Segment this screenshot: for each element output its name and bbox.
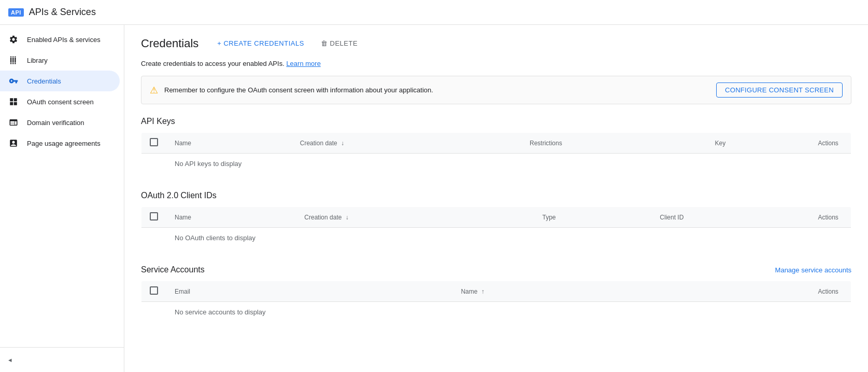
api-keys-checkbox-header [141, 133, 167, 154]
sidebar: Enabled APIs & services Library Credenti… [0, 25, 124, 372]
sidebar-item-enabled-apis[interactable]: Enabled APIs & services [0, 29, 120, 50]
api-keys-table: Name Creation date ↓ Restrictions Key [141, 132, 851, 174]
oauth-name-header: Name [166, 207, 296, 228]
oauth-actions-header: Actions [810, 207, 851, 228]
top-bar: API APIs & Services [0, 0, 868, 25]
oauth-type-header: Type [534, 207, 651, 228]
oauth-clients-table: Name Creation date ↓ Type Client ID [141, 206, 851, 249]
service-accounts-section-title: Service Accounts [141, 265, 205, 274]
info-text: Create credentials to access your enable… [141, 60, 851, 67]
warning-icon: ⚠ [150, 85, 158, 96]
logo: API APIs & Services [8, 7, 96, 18]
main-content: Credentials + CREATE CREDENTIALS 🗑 DELET… [124, 25, 868, 372]
service-accounts-header-row: Service Accounts Manage service accounts [141, 265, 851, 274]
oauth-checkbox-header [141, 207, 167, 228]
page-icon [8, 138, 19, 148]
alert-left: ⚠ Remember to configure the OAuth consen… [150, 85, 433, 96]
sidebar-item-page-usage[interactable]: Page usage agreements [0, 133, 120, 154]
page-header: Credentials + CREATE CREDENTIALS 🗑 DELET… [141, 35, 851, 51]
service-accounts-empty-message: No service accounts to display [166, 302, 851, 323]
oauth-client-id-header: Client ID [651, 207, 809, 228]
sort-desc-icon: ↓ [346, 214, 349, 221]
alert-text: Remember to configure the OAuth consent … [164, 86, 433, 94]
key-icon [8, 76, 19, 86]
api-keys-creation-date-header[interactable]: Creation date ↓ [292, 133, 521, 154]
service-accounts-table: Email Name ↑ Actions No serv [141, 281, 851, 323]
sidebar-item-domain-verification[interactable]: Domain verification [0, 112, 120, 133]
sidebar-item-label: Page usage agreements [27, 140, 101, 147]
api-keys-name-header: Name [166, 133, 292, 154]
sidebar-item-label: OAuth consent screen [27, 98, 94, 106]
manage-service-accounts-link[interactable]: Manage service accounts [775, 266, 851, 274]
sidebar-item-label: Credentials [27, 77, 61, 85]
sidebar-item-label: Library [27, 57, 48, 64]
oauth-section-title: OAuth 2.0 Client IDs [141, 191, 851, 200]
domain-icon [8, 117, 19, 128]
sort-asc-icon: ↑ [481, 288, 485, 295]
sidebar-bottom: ◂ [0, 347, 124, 372]
select-all-service-accounts-checkbox[interactable] [150, 286, 158, 295]
api-keys-restrictions-header: Restrictions [521, 133, 707, 154]
api-keys-key-header: Key [707, 133, 810, 154]
service-accounts-actions-header: Actions [810, 281, 851, 302]
grid-icon [8, 97, 19, 107]
api-keys-empty-row: No API keys to display [141, 154, 851, 174]
header-actions: + CREATE CREDENTIALS 🗑 DELETE [211, 35, 364, 51]
select-all-oauth-checkbox[interactable] [150, 212, 158, 221]
collapse-icon: ◂ [8, 356, 12, 364]
api-badge: API [8, 8, 24, 17]
sidebar-collapse-button[interactable]: ◂ [0, 352, 124, 368]
app-title: APIs & Services [29, 7, 96, 18]
service-accounts-empty-row: No service accounts to display [141, 302, 851, 323]
gear-icon [8, 34, 19, 45]
create-credentials-button[interactable]: + CREATE CREDENTIALS [211, 35, 310, 51]
oauth-empty-message: No OAuth clients to display [166, 228, 851, 249]
configure-consent-screen-button[interactable]: CONFIGURE CONSENT SCREEN [716, 82, 843, 98]
oauth-empty-row: No OAuth clients to display [141, 228, 851, 249]
alert-banner: ⚠ Remember to configure the OAuth consen… [141, 76, 851, 104]
sidebar-item-credentials[interactable]: Credentials [0, 71, 120, 91]
api-keys-section-title: API Keys [141, 117, 851, 126]
api-keys-empty-message: No API keys to display [166, 154, 851, 174]
sidebar-item-label: Enabled APIs & services [27, 36, 101, 44]
oauth-creation-date-header[interactable]: Creation date ↓ [296, 207, 534, 228]
service-accounts-name-header[interactable]: Name ↑ [452, 281, 809, 302]
learn-more-link[interactable]: Learn more [286, 60, 320, 67]
delete-button[interactable]: 🗑 DELETE [315, 35, 364, 51]
select-all-api-keys-checkbox[interactable] [150, 138, 158, 146]
library-icon [8, 55, 19, 65]
page-title: Credentials [141, 37, 198, 50]
api-keys-actions-header: Actions [810, 133, 851, 154]
sidebar-item-oauth-consent[interactable]: OAuth consent screen [0, 91, 120, 112]
sidebar-item-label: Domain verification [27, 119, 84, 127]
sidebar-item-library[interactable]: Library [0, 50, 120, 71]
service-accounts-checkbox-header [141, 281, 167, 302]
sort-desc-icon: ↓ [341, 140, 344, 147]
service-accounts-email-header: Email [166, 281, 452, 302]
